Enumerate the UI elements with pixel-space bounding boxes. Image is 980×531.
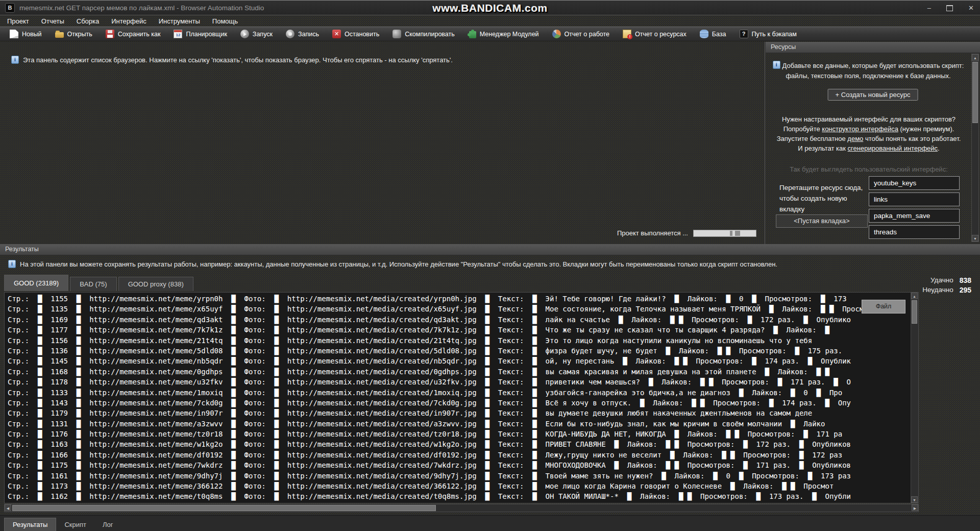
interface-constructor-link[interactable]: конструктор интерфейса <box>822 125 898 133</box>
resource-item-threads[interactable]: threads <box>869 225 960 239</box>
work-report-icon <box>552 30 561 38</box>
scrollbar-thumb[interactable] <box>12 505 436 511</box>
browser-panel-hint: Эта панель содержит список браузеров. На… <box>11 56 453 64</box>
results-scrollbar[interactable]: ▲ ▼ <box>911 293 918 503</box>
browser-automation-studio-window: memesmix.net GET парсер мемов по лайкам.… <box>0 0 980 531</box>
table-row[interactable]: Стр.: █ 1136 █ http://memesmix.net/meme/… <box>5 346 918 356</box>
resources-hint: Добавьте все данные, которые будет испол… <box>772 61 965 81</box>
table-row[interactable]: Стр.: █ 1135 █ http://memesmix.net/meme/… <box>5 304 918 314</box>
scroll-right-icon[interactable]: ▶ <box>912 504 918 511</box>
database-button[interactable]: База <box>693 27 733 41</box>
results-table: Стр.: █ 1155 █ http://memesmix.net/meme/… <box>4 292 919 503</box>
menu-tools[interactable]: Инструменты <box>153 17 206 25</box>
scrollbar-thumb[interactable] <box>912 300 917 324</box>
resource-item-papka-mem-save[interactable]: papka_mem_save <box>869 209 960 223</box>
resources-panel-header: Ресурсы <box>766 42 980 53</box>
scroll-down-icon[interactable]: ▼ <box>972 235 978 242</box>
scrollbar-thumb[interactable] <box>972 62 978 123</box>
minimize-button[interactable]: – <box>927 5 931 11</box>
menu-build[interactable]: Сборка <box>70 17 106 25</box>
bottom-tab-bar: Результаты Скрипт Лог <box>0 515 980 531</box>
menu-interface[interactable]: Интерфейс <box>105 17 152 25</box>
app-icon <box>5 3 15 13</box>
table-row[interactable]: Стр.: █ 1163 █ http://memesmix.net/meme/… <box>5 439 918 449</box>
table-row[interactable]: Стр.: █ 1173 █ http://memesmix.net/meme/… <box>5 481 918 491</box>
record-button[interactable]: Запись <box>279 27 326 41</box>
drag-resource-hint: Перетащите ресурс сюда, чтобы создать но… <box>779 183 867 215</box>
table-row[interactable]: Стр.: █ 1177 █ http://memesmix.net/meme/… <box>5 325 918 335</box>
backup-path-button[interactable]: Путь к бэкапам <box>733 27 803 41</box>
scroll-left-icon[interactable]: ◀ <box>5 504 11 511</box>
project-progress: Проект выполняется ... <box>617 229 756 237</box>
table-row[interactable]: Стр.: █ 1169 █ http://memesmix.net/meme/… <box>5 315 918 325</box>
backup-path-icon <box>740 30 748 38</box>
table-row[interactable]: Стр.: █ 1166 █ http://memesmix.net/meme/… <box>5 450 918 460</box>
menu-help[interactable]: Помощь <box>206 17 244 25</box>
run-icon <box>240 30 249 38</box>
table-row[interactable]: Стр.: █ 1179 █ http://memesmix.net/meme/… <box>5 408 918 418</box>
scroll-up-icon[interactable]: ▲ <box>972 54 978 61</box>
compile-button[interactable]: Скомпилировать <box>386 27 461 41</box>
table-row[interactable]: Стр.: █ 1175 █ http://memesmix.net/meme/… <box>5 460 918 470</box>
table-row[interactable]: Стр.: █ 1156 █ http://memesmix.net/meme/… <box>5 335 918 346</box>
table-row[interactable]: Стр.: █ 1133 █ http://memesmix.net/meme/… <box>5 388 918 398</box>
info-icon <box>8 260 16 268</box>
table-row[interactable]: Стр.: █ 1143 █ http://memesmix.net/meme/… <box>5 398 918 408</box>
file-tooltip: Файл <box>862 300 905 313</box>
menu-project[interactable]: Проект <box>1 17 35 25</box>
generated-interface-link[interactable]: сгенерированный интерфейс <box>848 144 938 152</box>
fail-label: Неудачно <box>922 286 953 294</box>
window-title: memesmix.net GET парсер мемов по лайкам.… <box>19 4 264 12</box>
new-button[interactable]: Новый <box>3 27 48 41</box>
record-icon <box>286 30 295 38</box>
bottom-tab-results[interactable]: Результаты <box>4 518 56 531</box>
stop-button[interactable]: Остановить <box>326 27 386 41</box>
resources-scrollbar[interactable]: ▲ ▼ <box>971 54 979 242</box>
table-row[interactable]: Стр.: █ 1161 █ http://memesmix.net/meme/… <box>5 471 918 481</box>
database-icon <box>700 30 708 38</box>
table-row[interactable]: Стр.: █ 1162 █ http://memesmix.net/meme/… <box>5 491 918 501</box>
table-row[interactable]: Стр.: █ 1145 █ http://memesmix.net/meme/… <box>5 356 918 366</box>
bottom-tab-log[interactable]: Лог <box>94 518 121 531</box>
work-report-button[interactable]: Отчет о работе <box>546 27 616 41</box>
empty-tab-button[interactable]: <Пустая вкладка> <box>776 214 868 228</box>
stop-icon <box>332 30 341 38</box>
run-button[interactable]: Запуск <box>234 27 279 41</box>
demo-link[interactable]: демо <box>847 135 863 142</box>
menu-bar: Проект Отчеты Сборка Интерфейс Инструмен… <box>0 16 980 27</box>
scroll-up-icon[interactable]: ▲ <box>911 293 918 299</box>
table-row[interactable]: Стр.: █ 1155 █ http://memesmix.net/meme/… <box>5 294 918 304</box>
close-button[interactable]: ✕ <box>968 5 974 11</box>
new-file-icon <box>10 30 18 38</box>
create-resource-button[interactable]: + Создать новый ресурс <box>828 89 918 101</box>
open-button[interactable]: Открыть <box>48 27 99 41</box>
resource-list: youtube_keys links papka_mem_save thread… <box>869 176 960 242</box>
results-tabs: GOOD (23189) BAD (75) GOOD proxy (838) <box>4 275 193 291</box>
scroll-down-icon[interactable]: ▼ <box>911 496 918 503</box>
tab-bad[interactable]: BAD (75) <box>70 277 116 291</box>
table-row[interactable]: Стр.: █ 1131 █ http://memesmix.net/meme/… <box>5 419 918 429</box>
resources-report-button[interactable]: Отчет о ресурсах <box>616 27 693 41</box>
results-rows: Стр.: █ 1155 █ http://memesmix.net/meme/… <box>5 294 918 502</box>
browser-list-panel: Эта панель содержит список браузеров. На… <box>0 42 765 244</box>
table-row[interactable]: Стр.: █ 1168 █ http://memesmix.net/meme/… <box>5 367 918 377</box>
maximize-button[interactable] <box>946 5 953 11</box>
results-horizontal-scrollbar[interactable]: ◀ ▶ <box>4 504 919 512</box>
tab-good[interactable]: GOOD (23189) <box>4 275 68 291</box>
toolbar: Новый Открыть Сохранить как Планировщик … <box>0 27 980 41</box>
save-as-button[interactable]: Сохранить как <box>99 27 167 41</box>
info-icon <box>773 61 780 69</box>
table-row[interactable]: Стр.: █ 1176 █ http://memesmix.net/meme/… <box>5 429 918 439</box>
progress-bar <box>693 230 756 237</box>
resource-item-youtube-keys[interactable]: youtube_keys <box>869 176 960 190</box>
table-row[interactable]: Стр.: █ 1178 █ http://memesmix.net/meme/… <box>5 377 918 387</box>
modules-manager-button[interactable]: Менеджер Модулей <box>461 27 546 41</box>
title-bar: memesmix.net GET парсер мемов по лайкам.… <box>0 0 980 15</box>
menu-reports[interactable]: Отчеты <box>35 17 70 25</box>
tab-good-proxy[interactable]: GOOD proxy (838) <box>118 277 193 291</box>
bandicam-watermark: www.BANDICAM.com <box>432 1 547 15</box>
bottom-tab-script[interactable]: Скрипт <box>56 518 94 531</box>
resource-item-links[interactable]: links <box>869 192 960 206</box>
scheduler-button[interactable]: Планировщик <box>167 27 233 41</box>
run-statistics: Удачно838 Неудачно295 <box>922 276 971 294</box>
